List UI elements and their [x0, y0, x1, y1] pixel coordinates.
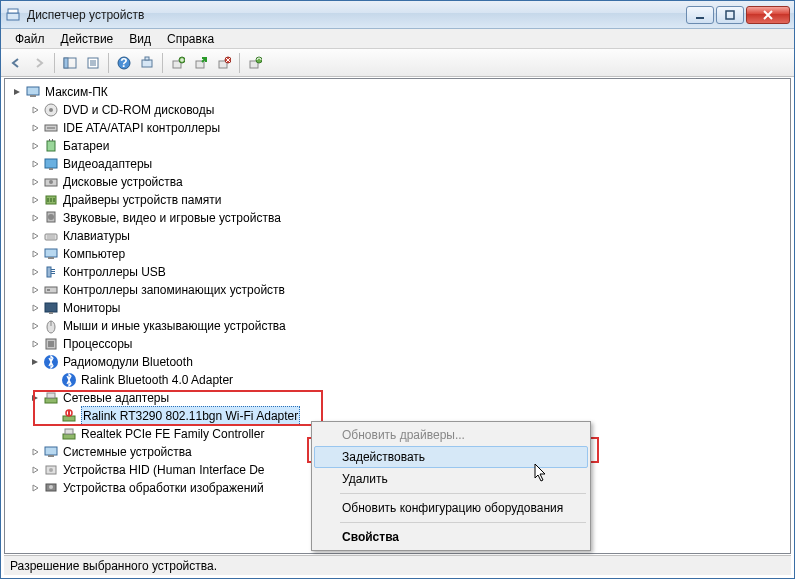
device-category-icon — [43, 282, 59, 298]
expand-icon[interactable] — [29, 212, 41, 224]
svg-point-39 — [48, 214, 54, 220]
window-frame: Диспетчер устройств Файл Действие Вид Сп… — [0, 0, 795, 579]
device-category-icon — [43, 336, 59, 352]
expand-icon[interactable] — [29, 464, 41, 476]
category-label: Клавиатуры — [63, 227, 130, 245]
toolbar-separator — [239, 53, 240, 73]
toolbar-separator — [108, 53, 109, 73]
expand-icon[interactable] — [29, 266, 41, 278]
ctx-scan[interactable]: Обновить конфигурацию оборудования — [314, 497, 588, 519]
device-category-icon — [43, 444, 59, 460]
device-category-icon — [43, 480, 59, 496]
expand-icon[interactable] — [29, 104, 41, 116]
tree-category[interactable]: Мыши и иные указывающие устройства — [11, 317, 784, 335]
tree-category[interactable]: DVD и CD-ROM дисководы — [11, 101, 784, 119]
tree-category[interactable]: Видеоадаптеры — [11, 155, 784, 173]
minimize-button[interactable] — [686, 6, 714, 24]
expand-icon[interactable] — [29, 482, 41, 494]
tree-category[interactable]: Клавиатуры — [11, 227, 784, 245]
back-button[interactable] — [5, 52, 27, 74]
window-buttons — [686, 6, 790, 24]
ctx-properties[interactable]: Свойства — [314, 526, 588, 548]
svg-point-24 — [49, 108, 53, 112]
device-category-icon — [43, 174, 59, 190]
tree-category[interactable]: Компьютер — [11, 245, 784, 263]
device-category-icon — [43, 120, 59, 136]
close-button[interactable] — [746, 6, 790, 24]
expand-icon[interactable] — [29, 230, 41, 242]
uninstall-device-button[interactable] — [213, 52, 235, 74]
tree-category[interactable]: Контроллеры USB — [11, 263, 784, 281]
help-button[interactable]: ? — [113, 52, 135, 74]
category-label: Звуковые, видео и игровые устройства — [63, 209, 281, 227]
menu-action[interactable]: Действие — [53, 30, 122, 48]
expand-icon[interactable] — [29, 338, 41, 350]
scan-hardware-button[interactable] — [136, 52, 158, 74]
app-icon — [5, 7, 21, 23]
tree-category[interactable]: Процессоры — [11, 335, 784, 353]
device-category-icon — [43, 318, 59, 334]
tree-category[interactable]: Дисковые устройства — [11, 173, 784, 191]
svg-rect-51 — [45, 303, 57, 312]
show-hide-tree-button[interactable] — [59, 52, 81, 74]
collapse-icon[interactable] — [29, 392, 41, 404]
expand-icon[interactable] — [29, 176, 41, 188]
device-category-icon — [43, 264, 59, 280]
tree-category[interactable]: Батареи — [11, 137, 784, 155]
collapse-icon[interactable] — [29, 356, 41, 368]
tree-category[interactable]: Мониторы — [11, 299, 784, 317]
device-category-icon — [43, 102, 59, 118]
device-label: Ralink Bluetooth 4.0 Adapter — [81, 371, 233, 389]
window-title: Диспетчер устройств — [27, 8, 686, 22]
svg-rect-45 — [47, 267, 51, 277]
tree-root[interactable]: Максим-ПК — [11, 83, 784, 101]
maximize-button[interactable] — [716, 6, 744, 24]
collapse-icon[interactable] — [11, 86, 23, 98]
expand-icon[interactable] — [29, 446, 41, 458]
device-category-icon — [43, 210, 59, 226]
menu-file[interactable]: Файл — [7, 30, 53, 48]
category-label: Радиомодули Bluetooth — [63, 353, 193, 371]
svg-rect-1 — [8, 9, 18, 13]
expand-icon[interactable] — [29, 320, 41, 332]
tree-category[interactable]: Контроллеры запоминающих устройств — [11, 281, 784, 299]
ctx-separator — [340, 522, 586, 523]
tree-category[interactable]: Драйверы устройств памяти — [11, 191, 784, 209]
svg-rect-29 — [52, 139, 53, 141]
tree-item-bt-adapter[interactable]: Ralink Bluetooth 4.0 Adapter — [11, 371, 784, 389]
ctx-enable[interactable]: Задействовать — [314, 446, 588, 468]
menu-view[interactable]: Вид — [121, 30, 159, 48]
scan-for-changes-button[interactable] — [244, 52, 266, 74]
root-label: Максим-ПК — [45, 83, 108, 101]
category-label: Дисковые устройства — [63, 173, 183, 191]
update-driver-button[interactable] — [167, 52, 189, 74]
device-category-icon — [43, 192, 59, 208]
tree-category-network[interactable]: Сетевые адаптеры — [11, 389, 784, 407]
category-label: Драйверы устройств памяти — [63, 191, 221, 209]
expand-icon[interactable] — [29, 284, 41, 296]
expand-icon[interactable] — [29, 248, 41, 260]
expand-icon[interactable] — [29, 194, 41, 206]
category-label: Процессоры — [63, 335, 133, 353]
ctx-update-drivers[interactable]: Обновить драйверы... — [314, 424, 588, 446]
forward-button[interactable] — [28, 52, 50, 74]
statusbar: Разрешение выбранного устройства. — [4, 555, 791, 575]
svg-rect-59 — [45, 398, 57, 403]
device-label: Ralink RT3290 802.11bgn Wi-Fi Adapter — [81, 406, 300, 426]
properties-button[interactable] — [82, 52, 104, 74]
svg-rect-31 — [49, 168, 53, 170]
tree-category[interactable]: Звуковые, видео и игровые устройства — [11, 209, 784, 227]
tree-category[interactable]: IDE ATA/ATAPI контроллеры — [11, 119, 784, 137]
enable-device-button[interactable] — [190, 52, 212, 74]
expand-icon[interactable] — [29, 140, 41, 152]
expand-icon[interactable] — [29, 158, 41, 170]
category-label: Мыши и иные указывающие устройства — [63, 317, 286, 335]
svg-rect-21 — [27, 87, 39, 95]
tree-category-bluetooth[interactable]: Радиомодули Bluetooth — [11, 353, 784, 371]
svg-rect-22 — [30, 95, 36, 97]
expand-icon[interactable] — [29, 122, 41, 134]
ctx-delete[interactable]: Удалить — [314, 468, 588, 490]
expand-icon[interactable] — [29, 302, 41, 314]
category-label: Устройства обработки изображений — [63, 479, 264, 497]
menu-help[interactable]: Справка — [159, 30, 222, 48]
